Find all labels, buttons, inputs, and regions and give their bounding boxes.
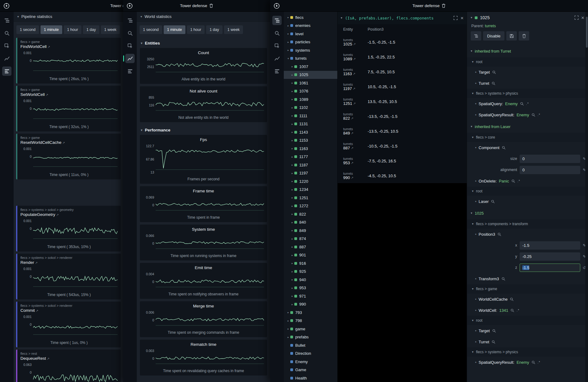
time-range-1-day[interactable]: 1 day — [83, 25, 99, 34]
tree-item-874[interactable]: ▸874 — [284, 235, 337, 243]
section-header-entities[interactable]: ▾Entities — [137, 38, 270, 48]
stat-name-link[interactable]: Render↗ — [20, 260, 118, 265]
tree-item-1251[interactable]: ▸1251 — [284, 194, 337, 202]
search-icon[interactable] — [125, 28, 135, 38]
inspector-scope-flecs-systems-physics[interactable]: ▾flecs > systems > physics — [467, 89, 588, 98]
component-item-laser[interactable]: •Laser — [467, 196, 588, 207]
field-input-alignment[interactable]: 0 — [520, 166, 580, 174]
chevron-right-icon[interactable]: ▸ — [290, 106, 294, 109]
inspector-scope-flecs-game[interactable]: ▾flecs > game — [467, 284, 588, 294]
tree-item-849[interactable]: ▸849 — [284, 226, 337, 235]
chevron-right-icon[interactable]: ▸ — [290, 303, 294, 306]
chevron-right-icon[interactable]: ▸ — [290, 212, 294, 216]
time-range-1-hour[interactable]: 1 hour — [187, 25, 205, 34]
charts-icon[interactable] — [2, 54, 11, 63]
tree-item-health[interactable]: Health — [284, 374, 337, 382]
tree-item-887[interactable]: ▸887 — [284, 243, 337, 251]
field-input-x[interactable]: -1.5 — [520, 241, 580, 250]
inspector-icon[interactable] — [2, 41, 11, 50]
stats-icon[interactable] — [125, 67, 135, 76]
chevron-down-icon[interactable]: ▾ — [341, 16, 342, 19]
chevron-right-icon[interactable]: ▸ — [290, 172, 294, 175]
inspector-scope-flecs-components-transform[interactable]: ▾flecs > components > transform — [467, 219, 588, 229]
search-icon[interactable] — [2, 28, 11, 38]
tree-item-game[interactable]: ▸game — [284, 325, 337, 333]
chevron-right-icon[interactable]: ▸ — [290, 294, 294, 298]
tree-item-1131[interactable]: ▸1131 — [284, 120, 337, 128]
field-input-y[interactable]: -0.25 — [520, 252, 580, 261]
chevron-right-icon[interactable]: ▸ — [290, 147, 294, 150]
entity-id-link[interactable]: 1163↗ — [343, 71, 368, 76]
outliner-icon[interactable] — [2, 16, 11, 25]
explorer-titlebar[interactable]: Tower defense — [270, 0, 588, 12]
time-range-1-minute[interactable]: 1 minute — [41, 25, 62, 34]
magnifier-icon[interactable] — [510, 308, 514, 312]
search-icon[interactable] — [272, 28, 282, 38]
chevron-right-icon[interactable]: ▸ — [290, 139, 294, 142]
chevron-right-icon[interactable]: ▸ — [290, 114, 294, 117]
expand-query-icon[interactable] — [453, 16, 458, 20]
chevron-right-icon[interactable]: ▸ — [290, 278, 294, 281]
chevron-right-icon[interactable]: ▸ — [286, 319, 290, 322]
entity-id-link[interactable]: 849↗ — [343, 131, 368, 135]
entity-id-link[interactable]: 1197↗ — [343, 86, 368, 91]
stat-name-link[interactable]: ResetWorldCellCache↗ — [20, 140, 118, 145]
stat-cell-render[interactable]: flecs > systems > sokol > rendererRender… — [16, 254, 121, 299]
component-item-spatialqueryresult[interactable]: •SpatialQueryResult:Enemy.* — [467, 109, 588, 120]
chevron-down-icon[interactable]: ▾ — [286, 57, 290, 60]
chevron-right-icon[interactable]: ▸ — [290, 204, 294, 208]
query-result-row[interactable]: turrets953↗-7.5, -0.25, 16.5 — [338, 153, 467, 168]
tree-item-1197[interactable]: ▸1197 — [284, 169, 337, 178]
inspector-scope-root[interactable]: ▾root — [467, 316, 588, 325]
charts-icon[interactable] — [272, 54, 282, 63]
time-range-1-week[interactable]: 1 week — [101, 25, 120, 34]
outliner-icon[interactable] — [125, 16, 135, 25]
magnifier-icon[interactable] — [491, 200, 495, 204]
stat-cell-not-alive-count[interactable]: Not alive count855116Not alive entity id… — [140, 86, 267, 122]
tree-item-1187[interactable]: ▸1187 — [284, 161, 337, 169]
tree-item-901[interactable]: ▸901 — [284, 251, 337, 260]
tree-item-1153[interactable]: ▸1153 — [284, 136, 337, 145]
world-titlebar[interactable]: Tower defense — [123, 0, 270, 12]
stat-cell-setworldcell[interactable]: flecs > gameSetWorldCell↗0.0010Time spen… — [16, 86, 121, 131]
magnifier-icon[interactable] — [520, 102, 524, 106]
delete-entity-button[interactable] — [519, 31, 529, 41]
chevron-right-icon[interactable]: ▸ — [286, 32, 290, 35]
query-result-row[interactable]: turrets1089↗1.5, -0.25, 22.5 — [338, 49, 467, 64]
stat-name-link[interactable]: Commit↗ — [20, 308, 118, 313]
stat-name-link[interactable]: PopulateGeometry↗ — [20, 212, 118, 217]
close-query-icon[interactable]: × — [460, 15, 464, 21]
tree-item-systems[interactable]: ▸systems — [284, 46, 337, 54]
tree-item-1102[interactable]: ▸1102 — [284, 104, 337, 112]
tree-item-prefabs[interactable]: ▸prefabs — [284, 333, 337, 341]
tree-item-1163[interactable]: ▸1163 — [284, 144, 337, 153]
stat-cell-populategeometry[interactable]: flecs > systems > sokol > geometryPopula… — [16, 206, 121, 251]
section-header-performance[interactable]: ▾Performance — [137, 125, 270, 135]
component-item-target[interactable]: •Target — [467, 67, 588, 78]
disable-button[interactable]: Disable — [483, 31, 504, 41]
chevron-right-icon[interactable]: ▸ — [290, 262, 294, 265]
field-input-size[interactable]: 0 — [520, 155, 580, 163]
chevron-right-icon[interactable]: ▸ — [286, 311, 290, 314]
chevron-right-icon[interactable]: ▸ — [290, 131, 294, 134]
tree-item-level[interactable]: ▸level — [284, 30, 337, 38]
tree-item-798[interactable]: ▸798 — [284, 317, 337, 325]
tree-item-793[interactable]: ▸793 — [284, 308, 337, 317]
entity-id-link[interactable]: 990↗ — [343, 175, 368, 180]
tree-item-game[interactable]: Game — [284, 366, 337, 374]
chevron-right-icon[interactable]: ▸ — [290, 286, 294, 290]
tree-item-940[interactable]: ▸940 — [284, 276, 337, 284]
tree-item-1089[interactable]: ▸1089 — [284, 95, 337, 104]
tree-item-925[interactable]: ▸925 — [284, 268, 337, 276]
world-panel-header[interactable]: ▾ World statistics — [137, 12, 270, 22]
query-result-row[interactable]: turrets887↗-10.5, -0.25, -1.5 — [338, 139, 467, 153]
stat-cell-resetworldcellcache[interactable]: flecs > gameResetWorldCellCache↗0.0010Ti… — [16, 134, 121, 179]
chevron-right-icon[interactable]: ▸ — [290, 237, 294, 240]
component-item-ondelete[interactable]: •OnDelete:Panic.* — [467, 175, 588, 187]
component-item-turret[interactable]: •Turret — [467, 78, 588, 89]
magnifier-icon[interactable] — [502, 146, 506, 150]
component-item-target[interactable]: •Target — [467, 325, 588, 336]
chevron-right-icon[interactable]: ▸ — [286, 49, 290, 52]
chevron-right-icon[interactable]: ▸ — [290, 229, 294, 232]
entity-id-link[interactable]: 887↗ — [343, 146, 368, 150]
